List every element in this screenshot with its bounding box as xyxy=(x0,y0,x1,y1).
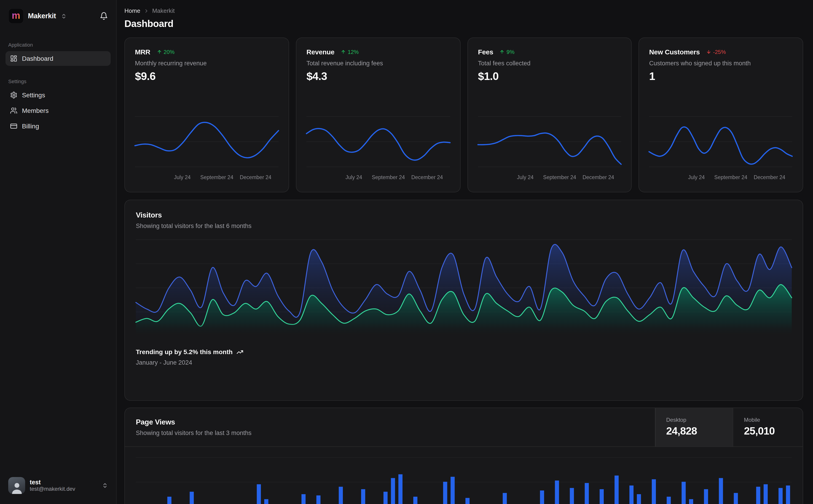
makerkit-logo: m xyxy=(8,8,24,24)
visitors-subtitle: Showing total visitors for the last 6 mo… xyxy=(136,223,792,229)
credit-card-icon xyxy=(10,122,17,130)
new-customers-sparkline-chart xyxy=(649,112,793,171)
workspace-name: Makerkit xyxy=(28,12,56,20)
sidebar-item-members[interactable]: Members xyxy=(5,103,111,118)
notifications-button[interactable] xyxy=(98,10,110,22)
page-views-header: Page Views Showing total visitors for th… xyxy=(125,408,802,447)
visitors-footer: Trending up by 5.2% this month January -… xyxy=(136,348,792,366)
sidebar-item-label: Dashboard xyxy=(22,55,53,62)
page-views-subtitle: Showing total visitors for the last 3 mo… xyxy=(136,430,252,436)
stat-cards-row: MRR 20% Monthly recurring revenue $9.6 J… xyxy=(124,37,803,192)
person-icon xyxy=(10,480,24,494)
breadcrumb-current[interactable]: Makerkit xyxy=(152,7,174,14)
x-axis-labels: July 24 September 24 December 24 xyxy=(307,175,450,185)
stat-subtitle: Monthly recurring revenue xyxy=(135,60,279,67)
x-tick: December 24 xyxy=(754,175,785,180)
toggle-mobile-value: 25,010 xyxy=(744,426,792,437)
stat-subtitle: Customers who signed up this month xyxy=(649,60,793,67)
sidebar: m Makerkit Application Dashboard Setting… xyxy=(0,0,117,504)
user-email: test@makerkit.dev xyxy=(30,486,75,492)
chevrons-up-down-icon xyxy=(102,483,108,488)
main-content: Home Makerkit Dashboard MRR 20% Monthly … xyxy=(117,0,813,504)
workspace-selector[interactable]: m Makerkit xyxy=(8,8,67,24)
stat-delta-value: 12% xyxy=(348,49,359,55)
page-views-title: Page Views xyxy=(136,418,252,426)
sidebar-header: m Makerkit xyxy=(5,5,111,27)
stat-delta-value: 20% xyxy=(163,49,174,55)
page-views-toggles: Desktop 24,828 Mobile 25,010 xyxy=(655,408,802,446)
stat-value: $9.6 xyxy=(135,70,279,83)
stat-delta-value: 9% xyxy=(506,49,514,55)
page-views-bar-chart xyxy=(136,448,792,504)
stat-card-fees: Fees 9% Total fees collected $1.0 July 2… xyxy=(467,37,632,192)
nav-section-label: Application xyxy=(8,42,108,48)
x-tick: December 24 xyxy=(240,175,271,180)
user-avatar xyxy=(8,477,25,494)
logo-letter: m xyxy=(12,10,20,20)
user-info: test test@makerkit.dev xyxy=(30,479,75,492)
users-icon xyxy=(10,107,17,114)
toggle-mobile[interactable]: Mobile 25,010 xyxy=(733,408,802,446)
stat-delta-badge: 20% xyxy=(157,49,174,55)
screen: m Makerkit Application Dashboard Setting… xyxy=(0,0,813,504)
visitors-trend-text: Trending up by 5.2% this month xyxy=(136,348,233,355)
bell-icon xyxy=(100,12,108,20)
stat-value: $4.3 xyxy=(307,70,450,83)
stat-value: 1 xyxy=(649,70,793,83)
breadcrumb-home[interactable]: Home xyxy=(124,7,140,14)
stat-delta-badge: -25% xyxy=(706,49,726,55)
sidebar-item-label: Settings xyxy=(22,91,45,99)
sidebar-item-label: Members xyxy=(22,107,49,114)
toggle-mobile-label: Mobile xyxy=(744,417,792,423)
x-tick: July 24 xyxy=(688,175,705,180)
user-name: test xyxy=(30,479,75,485)
x-axis-labels: July 24 September 24 December 24 xyxy=(649,175,793,185)
toggle-desktop-value: 24,828 xyxy=(666,426,722,437)
stat-title: New Customers xyxy=(649,48,700,56)
stat-card-new-customers: New Customers -25% Customers who signed … xyxy=(639,37,803,192)
stat-title: Revenue xyxy=(307,48,334,56)
stat-card-revenue: Revenue 12% Total revenue including fees… xyxy=(296,37,461,192)
visitors-area-chart xyxy=(136,239,792,336)
x-tick: December 24 xyxy=(582,175,614,180)
user-menu[interactable]: test test@makerkit.dev xyxy=(5,473,111,498)
trending-up-icon xyxy=(236,348,243,355)
x-tick: July 24 xyxy=(174,175,191,180)
stat-title: Fees xyxy=(478,48,493,56)
fees-sparkline-chart xyxy=(478,112,622,171)
stat-title: MRR xyxy=(135,48,150,56)
stat-subtitle: Total revenue including fees xyxy=(307,60,450,67)
stat-delta-badge: 9% xyxy=(500,49,514,55)
arrow-up-icon xyxy=(500,49,505,54)
chevrons-up-down-icon xyxy=(61,13,67,19)
stat-value: $1.0 xyxy=(478,70,622,83)
x-tick: December 24 xyxy=(411,175,443,180)
toggle-desktop[interactable]: Desktop 24,828 xyxy=(655,408,733,446)
breadcrumb: Home Makerkit xyxy=(124,7,803,14)
sidebar-item-dashboard[interactable]: Dashboard xyxy=(5,51,111,66)
stat-delta-badge: 12% xyxy=(341,49,359,55)
x-tick: September 24 xyxy=(372,175,405,180)
visitors-title: Visitors xyxy=(136,211,792,219)
x-tick: July 24 xyxy=(517,175,533,180)
arrow-up-icon xyxy=(341,49,346,54)
stat-delta-value: -25% xyxy=(713,49,726,55)
sidebar-nav: Application Dashboard Settings Settings … xyxy=(5,27,111,134)
arrow-up-icon xyxy=(157,49,162,54)
toggle-desktop-label: Desktop xyxy=(666,417,722,423)
visitors-range-text: January - June 2024 xyxy=(136,359,792,366)
sidebar-item-label: Billing xyxy=(22,122,39,130)
page-views-body xyxy=(125,447,802,504)
x-axis-labels: July 24 September 24 December 24 xyxy=(135,175,279,185)
page-title: Dashboard xyxy=(124,18,803,29)
sidebar-item-settings[interactable]: Settings xyxy=(5,88,111,102)
nav-section-label: Settings xyxy=(8,79,108,84)
stat-subtitle: Total fees collected xyxy=(478,60,622,67)
sidebar-item-billing[interactable]: Billing xyxy=(5,119,111,133)
page-views-card: Page Views Showing total visitors for th… xyxy=(124,408,803,504)
mrr-sparkline-chart xyxy=(135,112,279,171)
stat-card-mrr: MRR 20% Monthly recurring revenue $9.6 J… xyxy=(124,37,289,192)
layout-dashboard-icon xyxy=(10,55,17,62)
x-tick: September 24 xyxy=(714,175,747,180)
x-axis-labels: July 24 September 24 December 24 xyxy=(478,175,622,185)
